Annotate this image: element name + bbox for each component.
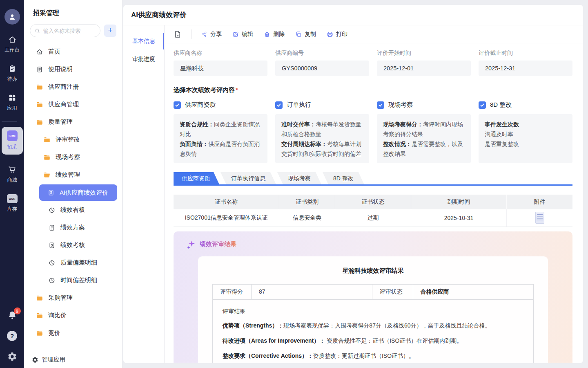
sidebar-item-使用说明[interactable]: 使用说明: [29, 61, 117, 78]
option-8D 整改: 8D 整改 事件发生次数沟通及时率是否重复整改: [479, 101, 572, 163]
detail-tab-现场考察[interactable]: 现场考察: [277, 172, 321, 184]
detail-tab-8D 整改[interactable]: 8D 整改: [323, 172, 364, 184]
option-checkbox-row[interactable]: 现场考察: [377, 101, 471, 109]
sidebar-item-label: 绩效方案: [60, 224, 85, 231]
sidebar-item-首页[interactable]: 首页: [29, 43, 117, 61]
avatar[interactable]: [4, 9, 20, 25]
edit-icon: [232, 31, 239, 38]
toolbar-打印-button[interactable]: 打印: [327, 31, 347, 38]
question-icon: ?: [10, 332, 14, 339]
rail-item-label: 商城: [7, 177, 17, 184]
sidebar-item-供应商注册[interactable]: 供应商注册: [29, 78, 117, 96]
record-tab-基本信息[interactable]: 基本信息: [123, 32, 164, 50]
trash-icon: [264, 31, 270, 38]
rail-item-招采[interactable]: SRM招采: [2, 127, 23, 155]
sidebar-item-采购管理[interactable]: 采购管理: [29, 289, 117, 307]
record-content: 供应商名称 星瀚科技 供应商编号 GYS0000009 评价开始时间 2025-…: [165, 43, 583, 363]
sidebar-item-label: 询比价: [48, 312, 67, 319]
checkbox-checked-icon[interactable]: [275, 101, 283, 109]
sidebar-item-绩效方案[interactable]: 绩效方案: [29, 219, 117, 236]
required-asterisk: *: [236, 86, 238, 93]
score-row: 评审得分 87 评审状态 合格供应商: [212, 284, 534, 300]
manage-apps-button[interactable]: 管理应用: [24, 351, 122, 368]
option-desc-line: 沟通及时率: [485, 129, 566, 139]
cart-icon: [8, 165, 17, 174]
help-button[interactable]: ?: [7, 331, 17, 341]
file-preview-icon[interactable]: [174, 30, 182, 38]
rail-item-工作台[interactable]: 工作台: [2, 35, 23, 54]
sidebar-item-质量偏差明细[interactable]: 质量偏差明细: [29, 254, 117, 272]
checkbox-checked-icon[interactable]: [479, 101, 486, 109]
folder-icon: [36, 83, 43, 91]
review-result-card: 星瀚科技绩效评审结果 评审得分 87 评审状态 合格供应商 评审结果 优势项（S…: [198, 256, 548, 363]
review-line: 待改进项（Areas for Improvement）： 资质合规性不足：证书（…: [223, 336, 523, 346]
record-tab-审批进度[interactable]: 审批进度: [123, 50, 164, 68]
review-line: 整改要求（Corrective Actions）：资质整改：更新过期证书（ISO…: [223, 351, 523, 361]
option-checkbox-row[interactable]: 订单执行: [275, 101, 369, 109]
sidebar-item-label: 使用说明: [48, 65, 73, 73]
clipboard-icon: [8, 64, 17, 73]
detail-tab-供应商资质[interactable]: 供应商资质: [174, 172, 219, 184]
rail-item-应用[interactable]: 应用: [2, 93, 23, 112]
sidebar-item-绩效看板[interactable]: 绩效看板: [29, 201, 117, 219]
main-area: AI供应商绩效评价 基本信息审批进度 分享 编辑 删除 复制 打印: [122, 0, 588, 368]
field-label: 评价截止时间: [479, 49, 572, 57]
field-评价开始时间: 评价开始时间 2025-12-01: [377, 49, 471, 76]
sidebar-item-label: 绩效管理: [56, 171, 80, 179]
review-line: 优势项（Strengths）：现场考察表现优异：入围考察得分87分（及格线60分…: [223, 321, 523, 330]
attachment-thumbnail[interactable]: [535, 212, 544, 224]
search-box[interactable]: [30, 24, 100, 37]
field-供应商名称: 供应商名称 星瀚科技: [174, 49, 267, 76]
sidebar-item-询比价[interactable]: 询比价: [29, 307, 117, 324]
toolbar-复制-button[interactable]: 复制: [295, 31, 316, 38]
toolbar-分享-button[interactable]: 分享: [201, 31, 222, 38]
sidebar-item-AI供应商绩效评价[interactable]: AI供应商绩效评价: [39, 184, 117, 201]
app-rail: 工作台 待办 应用 SRM招采 商城 WMS库存 9 ?: [0, 0, 24, 368]
settings-button[interactable]: [7, 352, 17, 361]
field-value: 2025-12-01: [377, 61, 471, 76]
wms-icon: WMS: [7, 194, 18, 203]
option-desc-line: 准时交付率：考核每单发货数量和质检合格数量: [281, 119, 363, 139]
rail-bottom: 9 ?: [7, 310, 17, 361]
toolbar-删除-button[interactable]: 删除: [264, 31, 285, 38]
sidebar-item-label: 绩效看板: [60, 206, 85, 214]
sidebar-item-label: 现场考察: [56, 153, 80, 161]
search-input[interactable]: [43, 28, 96, 34]
field-label: 评价开始时间: [377, 49, 471, 57]
add-button[interactable]: +: [104, 25, 116, 37]
sidebar-item-label: 质量管理: [48, 118, 73, 126]
checkbox-checked-icon[interactable]: [377, 101, 384, 109]
toolbar-divider: [191, 29, 192, 39]
field-供应商编号: 供应商编号 GYS0000009: [275, 49, 369, 76]
toolbar-编辑-button[interactable]: 编辑: [232, 31, 253, 38]
sidebar-item-时间偏差明细[interactable]: 时间偏差明细: [29, 272, 117, 289]
sidebar-item-评审整改[interactable]: 评审整改: [29, 131, 117, 148]
rail-item-库存[interactable]: WMS库存: [2, 194, 23, 213]
option-checkbox-row[interactable]: 8D 整改: [479, 101, 572, 109]
sdoc-icon: [48, 242, 56, 249]
review-result-box: 评审结果 优势项（Strengths）：现场考察表现优异：入围考察得分87分（及…: [212, 300, 534, 363]
cert-attachment-cell: [507, 209, 572, 227]
review-section-title: 绩效评审结果: [200, 240, 236, 248]
sidebar-item-供应商管理[interactable]: 供应商管理: [29, 96, 117, 113]
folder-icon: [36, 101, 43, 108]
sidebar-item-现场考察[interactable]: 现场考察: [29, 148, 117, 166]
sidebar-item-绩效考核[interactable]: 绩效考核: [29, 236, 117, 254]
field-label: 供应商编号: [275, 49, 369, 57]
sidebar-item-label: 竞价: [48, 329, 60, 337]
sidebar-item-质量管理[interactable]: 质量管理: [29, 113, 117, 131]
field-value: 2025-12-31: [479, 61, 572, 76]
print-icon: [327, 31, 333, 38]
sidebar-item-绩效管理[interactable]: 绩效管理: [29, 166, 117, 184]
checkbox-checked-icon[interactable]: [174, 101, 181, 109]
sidebar-item-label: 时间偏差明细: [60, 276, 97, 284]
rail-item-商城[interactable]: 商城: [2, 165, 23, 184]
notifications-button[interactable]: 9: [7, 310, 17, 320]
page-title: AI供应商绩效评价: [123, 5, 583, 25]
sidebar: 招采管理 + 首页 使用说明 供应商注册 供应商管理 质量管理 评审整改 现场考…: [24, 0, 122, 368]
option-checkbox-row[interactable]: 供应商资质: [174, 101, 267, 109]
toolbar-button-label: 删除: [273, 31, 285, 38]
sidebar-item-竞价[interactable]: 竞价: [29, 324, 117, 342]
detail-tab-订单执行信息[interactable]: 订单执行信息: [220, 172, 276, 184]
rail-item-待办[interactable]: 待办: [2, 64, 23, 83]
